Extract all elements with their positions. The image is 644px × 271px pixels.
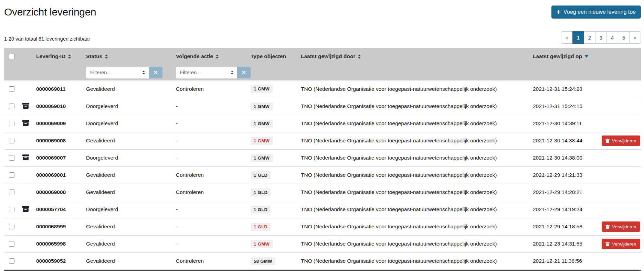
leveringen-table: Levering-ID Status Volgende actie Type o…: [4, 48, 641, 270]
laatst-gewijzigd-door-value: TNO (Nederlandse Organisatie voor toegep…: [301, 224, 497, 229]
column-header-laatst-gewijzigd-door[interactable]: Laatst gewijzigd door: [301, 53, 361, 59]
column-header-status[interactable]: Status: [86, 53, 108, 59]
volgende-actie-filter: Filteren... ✕: [176, 67, 251, 78]
volgende-actie-value: -: [176, 206, 178, 212]
trash-icon: [605, 242, 610, 246]
laatst-gewijzigd-op-value: 2021-12-30 14:38:00: [533, 155, 582, 161]
type-objecten-badge: 1 GMW: [251, 120, 273, 128]
row-checkbox[interactable]: [9, 155, 14, 161]
status-value: Gevalideerd: [86, 172, 115, 178]
volgende-actie-value: -: [176, 138, 178, 143]
status-filter-placeholder: Filteren...: [90, 70, 111, 75]
row-checkbox[interactable]: [9, 86, 14, 92]
pagination-prev[interactable]: «: [561, 31, 573, 44]
pagination-page-1[interactable]: 1: [572, 31, 584, 44]
pagination-page-2[interactable]: 2: [584, 31, 595, 44]
results-summary: 1-20 van totaal 81 leveringen zichtbaar: [4, 36, 90, 44]
table-row: 0000069007 Doorgeleverd - 1 GMW TNO (Ned…: [4, 149, 641, 166]
type-objecten-badge: 58 GMW: [251, 257, 275, 265]
row-checkbox[interactable]: [9, 241, 14, 247]
add-levering-button-label: Voeg een nieuwe levering toe: [563, 9, 636, 15]
row-checkbox[interactable]: [9, 207, 14, 212]
status-filter: Filteren... ✕: [86, 67, 176, 78]
column-header-laatst-gewijzigd-op[interactable]: Laatst gewijzigd op: [533, 53, 589, 59]
status-filter-clear-button[interactable]: ✕: [149, 67, 162, 78]
laatst-gewijzigd-op-value: 2021-12-31 15:24:28: [533, 86, 582, 92]
status-filter-select[interactable]: Filteren...: [86, 67, 149, 78]
plus-icon: +: [557, 8, 561, 15]
laatst-gewijzigd-op-value: 2021-12-29 14:21:33: [533, 172, 582, 178]
volgende-actie-value: Controleren: [176, 86, 204, 92]
volgende-actie-filter-select[interactable]: Filteren...: [176, 67, 237, 78]
select-all-checkbox[interactable]: [9, 54, 14, 59]
row-checkbox[interactable]: [9, 172, 14, 178]
volgende-actie-value: Controleren: [176, 172, 204, 178]
delete-button-label: Verwijderen: [612, 241, 636, 247]
archive-icon: [22, 102, 29, 109]
row-checkbox[interactable]: [9, 189, 14, 195]
column-header-volgende-actie[interactable]: Volgende actie: [176, 53, 219, 59]
column-header-levering-id[interactable]: Levering-ID: [36, 53, 71, 59]
trash-icon: [605, 139, 610, 143]
laatst-gewijzigd-door-value: TNO (Nederlandse Organisatie voor toegep…: [301, 189, 497, 195]
pagination-page-5[interactable]: 5: [618, 31, 630, 44]
pagination-page-4[interactable]: 4: [606, 31, 618, 44]
laatst-gewijzigd-op-value: 2021-12-29 14:19:24: [533, 206, 582, 212]
levering-id: 0000069000: [36, 189, 66, 195]
volgende-actie-value: -: [176, 241, 178, 247]
row-checkbox[interactable]: [9, 104, 14, 109]
laatst-gewijzigd-door-value: TNO (Nederlandse Organisatie voor toegep…: [301, 258, 497, 264]
delete-button[interactable]: Verwijderen: [602, 239, 640, 249]
table-row: 0000068999 Gevalideerd - 1 GLD TNO (Nede…: [4, 218, 641, 235]
page-title: Overzicht leveringen: [4, 6, 96, 19]
type-objecten-badge: 1 GMW: [251, 85, 273, 93]
row-checkbox[interactable]: [9, 224, 14, 229]
table-row: 0000059052 Gevalideerd Controleren 58 GM…: [4, 252, 641, 270]
laatst-gewijzigd-door-value: TNO (Nederlandse Organisatie voor toegep…: [301, 241, 497, 247]
laatst-gewijzigd-door-value: TNO (Nederlandse Organisatie voor toegep…: [301, 206, 497, 212]
trash-icon: [605, 225, 610, 229]
pagination: « 1 2 3 4 5 »: [561, 31, 641, 44]
delete-button-label: Verwijderen: [612, 224, 636, 229]
type-objecten-badge: 1 GLD: [251, 223, 271, 231]
add-levering-button[interactable]: + Voeg een nieuwe levering toe: [551, 6, 641, 19]
meta-row: 1-20 van totaal 81 leveringen zichtbaar …: [4, 31, 641, 44]
sort-desc-icon: [584, 55, 589, 58]
volgende-actie-value: -: [176, 120, 178, 126]
page: Overzicht leveringen + Voeg een nieuwe l…: [0, 0, 644, 271]
table-row: 0000069001 Gevalideerd Controleren 1 GLD…: [4, 166, 641, 184]
type-objecten-badge: 1 GMW: [251, 102, 273, 110]
levering-id: 0000069009: [36, 120, 66, 126]
volgende-actie-value: -: [176, 103, 178, 109]
row-checkbox[interactable]: [9, 258, 14, 264]
pagination-page-3[interactable]: 3: [595, 31, 607, 44]
table-row: 0000065998 Gevalideerd - 1 GMW TNO (Nede…: [4, 235, 641, 252]
levering-id: 0000065998: [36, 241, 66, 247]
status-value: Gevalideerd: [86, 224, 115, 229]
clear-icon: ✕: [242, 69, 246, 76]
levering-id: 0000068999: [36, 224, 66, 229]
volgende-actie-filter-placeholder: Filteren...: [180, 70, 201, 75]
delete-button[interactable]: Verwijderen: [602, 221, 640, 232]
row-checkbox[interactable]: [9, 121, 14, 126]
row-checkbox[interactable]: [9, 138, 14, 143]
levering-id: 0000069011: [36, 86, 65, 92]
type-objecten-badge: 1 GMW: [251, 137, 273, 145]
volgende-actie-filter-clear-button[interactable]: ✕: [237, 67, 251, 78]
delete-button[interactable]: Verwijderen: [602, 136, 640, 146]
levering-id: 0000069007: [36, 155, 66, 161]
select-arrows-icon: [142, 71, 145, 75]
laatst-gewijzigd-door-value: TNO (Nederlandse Organisatie voor toegep…: [301, 103, 497, 109]
table-bottom-edge: [4, 270, 641, 271]
table-row: 0000069008 Gevalideerd - 1 GMW TNO (Nede…: [4, 132, 641, 149]
type-objecten-badge: 1 GLD: [251, 188, 271, 196]
laatst-gewijzigd-op-value: 2021-12-30 14:39:11: [533, 120, 582, 126]
archive-icon: [22, 205, 29, 213]
status-value: Gevalideerd: [86, 86, 115, 92]
levering-id: 0000069008: [36, 138, 66, 143]
levering-id: 0000059052: [36, 258, 66, 264]
type-objecten-badge: 1 GMW: [251, 154, 273, 162]
archive-icon: [22, 154, 29, 161]
status-value: Gevalideerd: [86, 189, 115, 195]
pagination-next[interactable]: »: [629, 31, 641, 44]
